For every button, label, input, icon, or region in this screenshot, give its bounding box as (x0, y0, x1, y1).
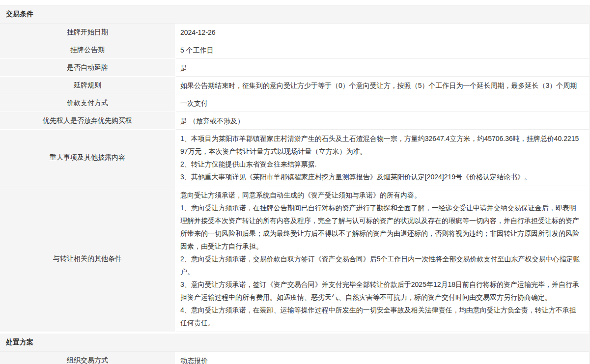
section-title-transaction-conditions: 交易条件 (0, 5, 589, 24)
listing-detail-page: 交易条件 挂牌开始日期 2024-12-26 挂牌公告期 5 个工作日 是否自动… (0, 0, 590, 364)
row-label: 挂牌开始日期 (0, 24, 176, 41)
row-label: 组织交易方式 (0, 352, 176, 364)
row-label: 与转让相关的其他条件 (0, 186, 176, 332)
row-value: 5 个工作日 (176, 41, 589, 59)
detail-table: 交易条件 挂牌开始日期 2024-12-26 挂牌公告期 5 个工作日 是否自动… (0, 5, 590, 364)
row-value: 意向受让方须承诺，同意系统自动生成的《资产受让须知与承诺》的所有内容。 1、意向… (176, 186, 589, 332)
table-row-trade-organization-method: 组织交易方式 动态报价 (0, 352, 589, 364)
table-row-other-transfer-conditions: 与转让相关的其他条件 意向受让方须承诺，同意系统自动生成的《资产受让须知与承诺》… (0, 186, 589, 332)
row-value: 1、本项目为莱阳市羊郡镇翟家庄村清淤产生的石头及土石渣混合物一宗，方量约3264… (176, 130, 589, 186)
row-value: 是 （放弃或不涉及） (176, 112, 589, 130)
row-value: 一次支付 (176, 94, 589, 112)
section-disposal-plan: 处置方案 组织交易方式 动态报价 (0, 334, 589, 364)
row-label: 重大事项及其他披露内容 (0, 130, 176, 186)
table-row-listing-start-date: 挂牌开始日期 2024-12-26 (0, 24, 589, 41)
row-label: 延牌规则 (0, 77, 176, 94)
row-label: 挂牌公告期 (0, 41, 176, 59)
table-row-major-matters-disclosure: 重大事项及其他披露内容 1、本项目为莱阳市羊郡镇翟家庄村清淤产生的石头及土石渣混… (0, 130, 589, 186)
row-value: 是 (176, 59, 589, 77)
row-label: 价款支付方式 (0, 94, 176, 112)
table-row-announcement-period: 挂牌公告期 5 个工作日 (0, 41, 589, 59)
row-label: 是否自动延牌 (0, 59, 176, 77)
row-value: 动态报价 (176, 352, 589, 364)
table-row-auto-extension: 是否自动延牌 是 (0, 59, 589, 77)
row-label: 优先权人是否放弃优先购买权 (0, 112, 176, 130)
row-value: 2024-12-26 (176, 24, 589, 41)
table-row-preemptive-right-waiver: 优先权人是否放弃优先购买权 是 （放弃或不涉及） (0, 112, 589, 130)
section-transaction-conditions: 交易条件 挂牌开始日期 2024-12-26 挂牌公告期 5 个工作日 是否自动… (0, 5, 589, 332)
row-value: 如果公告期结束时，征集到的意向受让方少于等于（0）个意向受让方，按照（5）个工作… (176, 77, 589, 94)
table-row-payment-method: 价款支付方式 一次支付 (0, 94, 589, 112)
section-title-disposal-plan: 处置方案 (0, 334, 589, 352)
table-row-extension-rule: 延牌规则 如果公告期结束时，征集到的意向受让方少于等于（0）个意向受让方，按照（… (0, 77, 589, 94)
